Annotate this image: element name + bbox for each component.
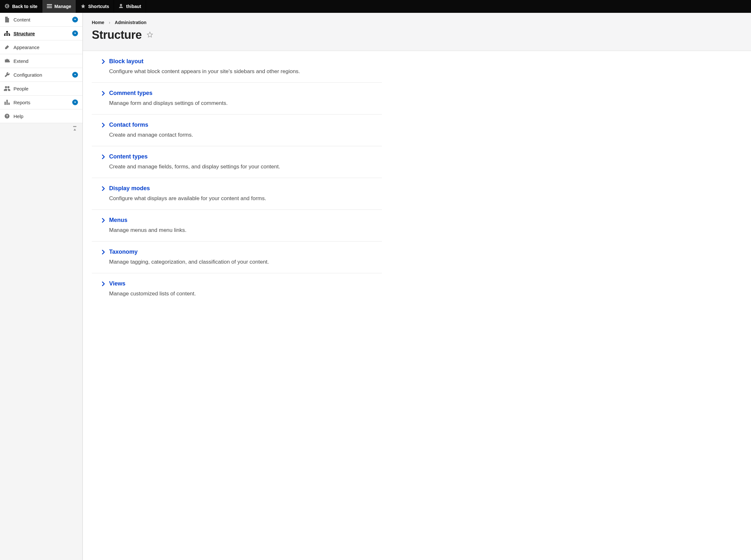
chevron-right-icon (101, 59, 105, 65)
chevron-down-icon (74, 73, 77, 76)
people-icon (4, 86, 10, 91)
favorite-toggle-button[interactable] (146, 31, 153, 39)
user-icon (118, 3, 123, 9)
structure-item-description: Create and manage fields, forms, and dis… (109, 163, 380, 171)
chevron-right-icon (101, 91, 105, 97)
structure-item-description: Manage customized lists of content. (109, 290, 380, 298)
sidebar-item-label: Help (14, 114, 78, 119)
chevron-right-icon (101, 250, 105, 255)
sidebar-item-label: Extend (14, 58, 78, 64)
structure-item-block-layout: Block layoutConfigure what block content… (92, 51, 382, 83)
sidebar-item-label: People (14, 86, 78, 92)
sidebar-item-label: Appearance (14, 45, 78, 50)
breadcrumb-home[interactable]: Home (92, 20, 104, 25)
brush-icon (4, 44, 10, 50)
sidebar-item-structure[interactable]: Structure (0, 27, 82, 40)
svg-rect-1 (47, 4, 52, 5)
expand-toggle[interactable] (72, 99, 78, 105)
structure-item-description: Create and manage contact forms. (109, 132, 380, 139)
expand-toggle[interactable] (72, 72, 78, 78)
structure-item-link[interactable]: Menus (109, 217, 128, 223)
sidebar-item-people[interactable]: People (0, 82, 82, 96)
chevron-right-icon (101, 155, 105, 160)
chevron-right-icon (101, 282, 105, 287)
svg-point-7 (9, 34, 10, 36)
structure-item-link[interactable]: Content types (109, 153, 148, 160)
structure-item-link[interactable]: Block layout (109, 58, 143, 65)
structure-item-views: ViewsManage customized lists of content. (92, 273, 382, 305)
expand-toggle[interactable] (72, 17, 78, 22)
expand-toggle[interactable] (72, 31, 78, 36)
puzzle-icon (4, 58, 10, 63)
back-to-site-button[interactable]: Back to site (0, 0, 42, 13)
sidebar-item-label: Content (14, 17, 69, 22)
structure-item-link[interactable]: Display modes (109, 185, 150, 192)
chevron-down-icon (74, 18, 77, 21)
collapse-icon (73, 126, 77, 132)
sidebar-item-configuration[interactable]: Configuration (0, 68, 82, 82)
chevron-down-icon (74, 101, 77, 104)
sidebar-item-label: Reports (14, 100, 69, 105)
hierarchy-icon (4, 31, 10, 36)
structure-item-description: Manage tagging, categorization, and clas… (109, 259, 380, 266)
structure-item-contact-forms: Contact formsCreate and manage contact f… (92, 115, 382, 146)
svg-rect-2 (47, 6, 52, 6)
svg-point-6 (6, 34, 8, 36)
back-icon (4, 3, 9, 9)
user-menu-button[interactable]: thibaut (114, 0, 146, 13)
svg-point-5 (4, 34, 6, 36)
structure-item-display-modes: Display modesConfigure what displays are… (92, 178, 382, 210)
svg-rect-3 (47, 7, 52, 8)
page-title: Structure (92, 28, 142, 42)
star-outline-icon (146, 34, 153, 39)
admin-sidebar: ContentStructureAppearanceExtendConfigur… (0, 13, 83, 560)
structure-item-description: Manage form and displays settings of com… (109, 100, 380, 107)
star-icon (80, 3, 86, 9)
breadcrumb: Home › Administration (92, 20, 742, 25)
sidebar-item-label: Configuration (14, 72, 69, 78)
structure-list: Block layoutConfigure what block content… (83, 51, 391, 318)
structure-item-link[interactable]: Contact forms (109, 122, 148, 128)
collapse-sidebar-button[interactable] (72, 126, 78, 132)
topbar: Back to site Manage Shortcuts thibaut (0, 0, 751, 13)
manage-toggle-button[interactable]: Manage (42, 0, 76, 13)
structure-item-comment-types: Comment typesManage form and displays se… (92, 83, 382, 115)
breadcrumb-administration[interactable]: Administration (115, 20, 147, 25)
sidebar-item-extend[interactable]: Extend (0, 54, 82, 68)
structure-item-link[interactable]: Taxonomy (109, 248, 138, 255)
structure-item-description: Configure what displays are available fo… (109, 195, 380, 202)
page-header: Home › Administration Structure (83, 13, 751, 51)
bars-icon (4, 100, 10, 105)
sidebar-item-reports[interactable]: Reports (0, 96, 82, 109)
wrench-icon (4, 72, 10, 78)
page-icon (4, 17, 10, 22)
structure-item-description: Configure what block content appears in … (109, 68, 380, 75)
manage-label: Manage (55, 4, 71, 9)
main-content: Home › Administration Structure Block la… (83, 13, 751, 560)
structure-item-content-types: Content typesCreate and manage fields, f… (92, 146, 382, 178)
svg-point-4 (6, 31, 8, 33)
structure-item-description: Manage menus and menu links. (109, 227, 380, 234)
hamburger-icon (47, 4, 52, 9)
svg-rect-8 (4, 102, 6, 105)
sidebar-item-appearance[interactable]: Appearance (0, 40, 82, 54)
sidebar-item-help[interactable]: ?Help (0, 109, 82, 123)
breadcrumb-separator: › (109, 20, 110, 25)
svg-rect-9 (6, 100, 8, 105)
shortcuts-button[interactable]: Shortcuts (76, 0, 114, 13)
structure-item-link[interactable]: Comment types (109, 90, 152, 97)
svg-point-0 (5, 4, 9, 8)
back-to-site-label: Back to site (12, 4, 38, 9)
user-label: thibaut (126, 4, 141, 9)
chevron-down-icon (74, 32, 77, 35)
structure-item-link[interactable]: Views (109, 280, 126, 287)
structure-item-taxonomy: TaxonomyManage tagging, categorization, … (92, 241, 382, 273)
structure-item-menus: MenusManage menus and menu links. (92, 210, 382, 241)
svg-rect-10 (8, 103, 9, 105)
sidebar-item-label: Structure (14, 31, 69, 36)
sidebar-item-content[interactable]: Content (0, 13, 82, 27)
chevron-right-icon (101, 123, 105, 128)
chevron-right-icon (101, 218, 105, 223)
svg-text:?: ? (6, 114, 8, 118)
help-icon: ? (4, 113, 10, 119)
